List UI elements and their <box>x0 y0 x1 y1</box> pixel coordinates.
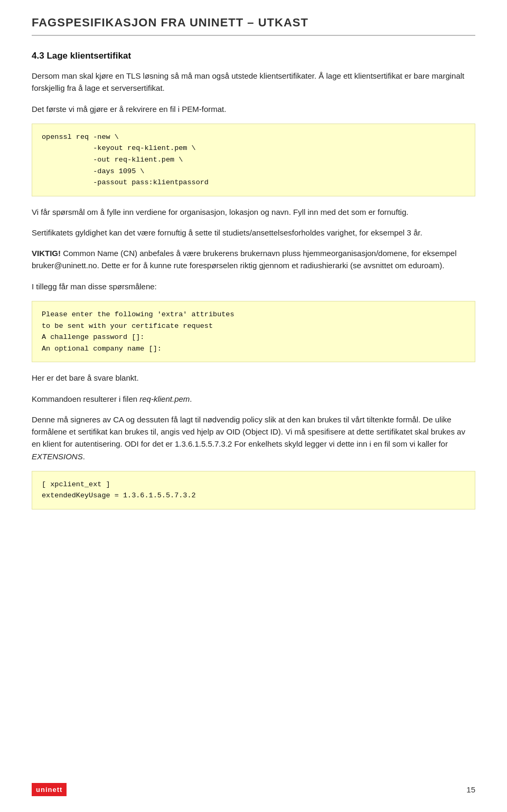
para-6-text: I tillegg får man disse spørsmålene: <box>32 280 475 292</box>
viktig-paragraph: VIKTIG! Common Name (CN) anbefales å vær… <box>32 247 475 272</box>
code-block-3: [ xpclient_ext ] extendedKeyUsage = 1.3.… <box>32 471 475 509</box>
para-8-pre: Kommandoen resulterer i filen <box>32 394 139 403</box>
section-name-text: Lage klientsertifikat <box>46 51 131 61</box>
logo-text: uni <box>36 786 48 794</box>
para-8-post: . <box>190 394 192 403</box>
paragraph-1: Dersom man skal kjøre en TLS løsning så … <box>32 70 475 95</box>
logo-text-2: nett <box>48 786 63 794</box>
viktig-label: VIKTIG! <box>32 249 61 258</box>
para-9-italic: EXTENSIONS <box>32 452 83 461</box>
para-8-italic: req-klient.pem <box>139 394 190 403</box>
page-header: FAGSPESIFIKASJON FRA UNINETT – UTKAST <box>32 16 475 36</box>
paragraph-2: Det første vi må gjøre er å rekvirere en… <box>32 103 475 115</box>
code-block-2-container: Please enter the following 'extra' attri… <box>32 301 475 362</box>
page-number: 15 <box>466 785 475 794</box>
paragraph-3: Vi får spørsmål om å fylle inn verdiene … <box>32 206 475 218</box>
code-block-2: Please enter the following 'extra' attri… <box>32 301 475 362</box>
para-9-text: Denne må signeres av CA og dessuten få l… <box>32 413 475 462</box>
code-block-1-container: openssl req -new \ -keyout req-klient.pe… <box>32 124 475 196</box>
paragraph-4: Sertifikatets gyldighet kan det være for… <box>32 226 475 239</box>
para-7-text: Her er det bare å svare blankt. <box>32 372 475 384</box>
section-title: 4.3 Lage klientsertifikat <box>32 51 475 61</box>
para-9-post: . <box>83 452 85 461</box>
section-number: 4.3 <box>32 51 44 61</box>
viktig-body: Common Name (CN) anbefales å være bruker… <box>32 249 457 270</box>
page-footer: uninett 15 <box>0 783 507 796</box>
para-1-text: Dersom man skal kjøre en TLS løsning så … <box>32 70 475 95</box>
para-9-body: Denne må signeres av CA og dessuten få l… <box>32 415 465 449</box>
para-4-text: Sertifikatets gyldighet kan det være for… <box>32 226 475 239</box>
viktig-text: VIKTIG! Common Name (CN) anbefales å vær… <box>32 247 475 272</box>
paragraph-9: Denne må signeres av CA og dessuten få l… <box>32 413 475 462</box>
document-title: FAGSPESIFIKASJON FRA UNINETT – UTKAST <box>32 16 475 30</box>
code-block-1: openssl req -new \ -keyout req-klient.pe… <box>32 124 475 196</box>
para-3-text: Vi får spørsmål om å fylle inn verdiene … <box>32 206 475 218</box>
section-heading: 4.3 Lage klientsertifikat <box>32 51 475 61</box>
footer-logo: uninett <box>32 783 67 796</box>
paragraph-6: I tillegg får man disse spørsmålene: <box>32 280 475 292</box>
paragraph-7: Her er det bare å svare blankt. <box>32 372 475 384</box>
para-2-text: Det første vi må gjøre er å rekvirere en… <box>32 103 475 115</box>
uninett-logo: uninett <box>32 783 67 796</box>
paragraph-8: Kommandoen resulterer i filen req-klient… <box>32 393 475 405</box>
code-block-3-container: [ xpclient_ext ] extendedKeyUsage = 1.3.… <box>32 471 475 509</box>
para-8-text: Kommandoen resulterer i filen req-klient… <box>32 393 475 405</box>
